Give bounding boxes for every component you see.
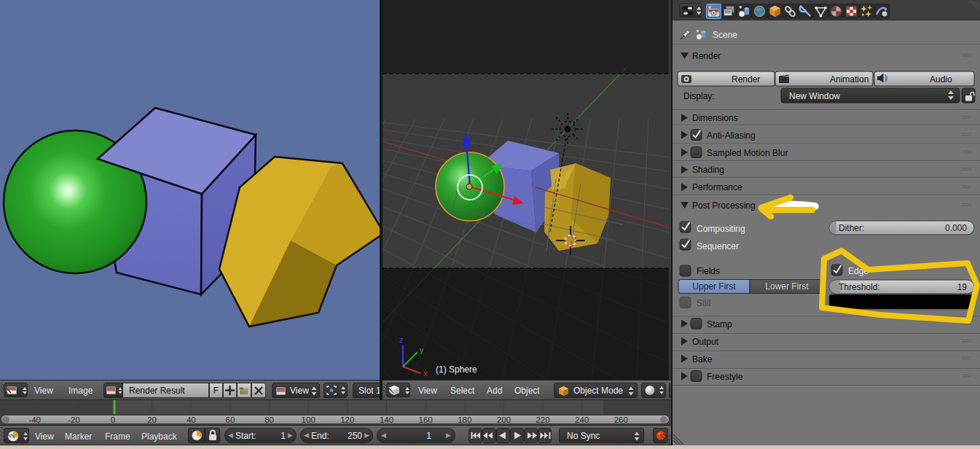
- svg-text:Threshold:: Threshold:: [839, 282, 880, 292]
- svg-text:160: 160: [419, 415, 433, 424]
- svg-text:Fields: Fields: [697, 266, 720, 276]
- svg-text:19: 19: [957, 282, 968, 292]
- svg-text:180: 180: [458, 415, 471, 424]
- svg-text:120: 120: [340, 415, 354, 424]
- svg-text:Dimensions: Dimensions: [692, 113, 738, 123]
- svg-text:20: 20: [147, 415, 157, 424]
- svg-text:80: 80: [264, 415, 274, 424]
- svg-text:Shading: Shading: [692, 165, 724, 175]
- svg-text:Performance: Performance: [692, 182, 742, 192]
- svg-text:Render: Render: [692, 51, 721, 61]
- svg-text:240: 240: [575, 415, 589, 424]
- svg-text:Sequencer: Sequencer: [697, 241, 739, 251]
- svg-text:Still: Still: [697, 298, 710, 308]
- svg-text:Compositing: Compositing: [697, 224, 745, 234]
- svg-text:60: 60: [226, 415, 235, 424]
- svg-text:Stamp: Stamp: [707, 319, 732, 329]
- svg-text:Dither:: Dither:: [839, 223, 864, 233]
- svg-text:z: z: [399, 335, 404, 344]
- svg-text:Anti-Aliasing: Anti-Aliasing: [707, 130, 756, 141]
- svg-text:260: 260: [614, 415, 628, 424]
- svg-text:(1) Sphere: (1) Sphere: [436, 364, 477, 375]
- svg-text:Audio: Audio: [930, 74, 952, 85]
- svg-text:-40: -40: [28, 415, 41, 424]
- svg-text:Output: Output: [692, 337, 719, 347]
- svg-text:Sampled Motion Blur: Sampled Motion Blur: [707, 148, 788, 158]
- svg-text:Lower First: Lower First: [765, 281, 809, 292]
- svg-text:Post Processing: Post Processing: [692, 200, 756, 211]
- svg-text:Bake: Bake: [692, 354, 713, 364]
- svg-text:y: y: [420, 345, 424, 354]
- svg-text:Render: Render: [732, 74, 760, 85]
- svg-text:Freestyle: Freestyle: [707, 372, 743, 382]
- svg-text:x: x: [423, 369, 428, 378]
- svg-text:Display:: Display:: [683, 91, 715, 101]
- svg-text:100: 100: [302, 415, 315, 424]
- svg-text:Scene: Scene: [713, 30, 737, 40]
- svg-text:Edge: Edge: [848, 266, 869, 276]
- svg-text:200: 200: [497, 415, 511, 424]
- svg-text:-20: -20: [68, 415, 80, 424]
- svg-text:Upper First: Upper First: [692, 281, 736, 292]
- svg-text:0: 0: [111, 415, 115, 424]
- svg-text:Animation: Animation: [830, 74, 869, 85]
- svg-text:40: 40: [187, 415, 196, 424]
- svg-text:140: 140: [380, 415, 393, 424]
- svg-text:220: 220: [536, 415, 549, 424]
- svg-text:0.000: 0.000: [945, 223, 967, 233]
- svg-text:New Window: New Window: [789, 91, 840, 101]
